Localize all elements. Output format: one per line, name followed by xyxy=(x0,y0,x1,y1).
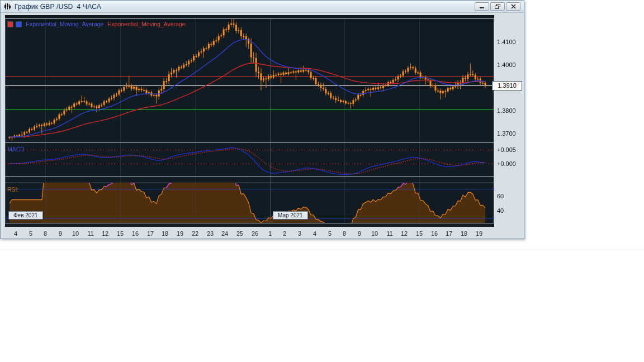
window-title: График GBP /USD 4 ЧАСА xyxy=(15,3,475,11)
chart-client-area: Exponential_Moving_Average Exponential_M… xyxy=(1,13,524,239)
date-axis-label: 2 xyxy=(278,230,291,237)
date-axis-label: 5 xyxy=(323,230,337,237)
window-controls xyxy=(475,2,520,11)
close-button[interactable] xyxy=(506,2,520,11)
current-price-label: 1.3910 xyxy=(492,81,522,90)
date-axis-label: 9 xyxy=(353,230,366,237)
date-axis-label: 18 xyxy=(158,230,172,237)
date-axis-label: 10 xyxy=(69,230,82,237)
date-axis-label: 18 xyxy=(457,230,471,237)
date-axis-label: 1 xyxy=(263,230,277,237)
date-axis-label: 17 xyxy=(144,230,157,237)
price-axis-label: 1.4000 xyxy=(497,61,516,69)
date-axis-label: 12 xyxy=(397,230,411,237)
date-axis-label: 23 xyxy=(203,230,217,237)
desktop-divider xyxy=(0,250,644,250)
date-axis-label: 17 xyxy=(442,230,456,237)
date-axis-label: 11 xyxy=(383,230,396,237)
date-axis-label: 24 xyxy=(218,230,231,237)
date-axis-label: 16 xyxy=(129,230,142,237)
month-marker-mar[interactable]: Мар 2021 xyxy=(273,211,308,220)
date-axis-label: 5 xyxy=(24,230,37,237)
date-axis-label: 22 xyxy=(188,230,202,237)
price-axis-label: 1.3700 xyxy=(497,130,516,137)
rsi-axis-label: 40 xyxy=(497,207,504,215)
month-marker-feb[interactable]: Фев 2021 xyxy=(8,211,43,220)
date-axis-label: 8 xyxy=(338,230,351,237)
date-axis-label: 10 xyxy=(368,230,381,237)
date-axis-label: 4 xyxy=(9,230,22,237)
date-axis-label: 19 xyxy=(472,230,486,237)
date-axis-label: 19 xyxy=(173,230,187,237)
date-axis-label: 8 xyxy=(39,230,52,237)
rsi-axis-label: 60 xyxy=(497,193,504,200)
date-axis-label: 26 xyxy=(248,230,262,237)
date-axis-label: 4 xyxy=(308,230,321,237)
date-axis-label: 9 xyxy=(54,230,67,237)
window-titlebar[interactable]: График GBP /USD 4 ЧАСА xyxy=(1,1,524,13)
minimize-button[interactable] xyxy=(475,2,489,11)
date-axis-label: 3 xyxy=(293,230,306,237)
price-axis-label: 1.4100 xyxy=(497,39,516,46)
macd-axis-label: +0.000 xyxy=(497,160,516,168)
date-axis-label: 12 xyxy=(98,230,112,237)
date-axis-label: 25 xyxy=(233,230,247,237)
chart-window: График GBP /USD 4 ЧАСА xyxy=(0,0,524,239)
chart-canvas[interactable] xyxy=(5,15,494,227)
date-axis-label: 15 xyxy=(113,230,127,237)
date-axis-label: 15 xyxy=(413,230,426,237)
candlestick-chart-icon xyxy=(4,3,11,9)
date-axis-label: 16 xyxy=(428,230,441,237)
restore-button[interactable] xyxy=(490,2,505,11)
date-axis-label: 11 xyxy=(84,230,97,237)
price-axis-label: 1.3800 xyxy=(497,107,516,115)
macd-axis-label: +0.005 xyxy=(497,146,516,154)
